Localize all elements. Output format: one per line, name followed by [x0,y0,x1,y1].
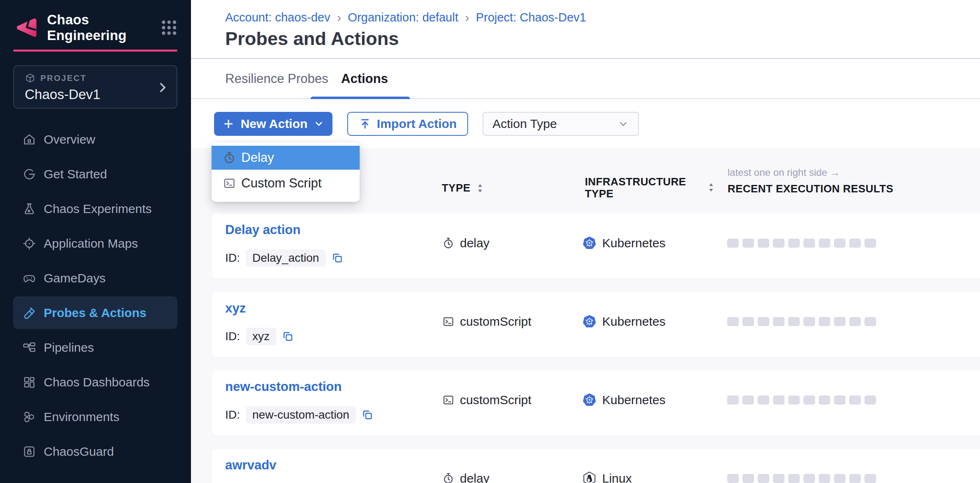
execution-result-placeholder [834,395,846,405]
sidebar-item-label: Overview [44,133,95,147]
action-id-value: Delay_action [246,249,326,267]
infrastructure-label: Kubernetes [602,393,665,407]
actions-toolbar: New Action Import Action Action Type [191,99,980,148]
action-name-link[interactable]: new-custom-action [225,379,342,394]
infrastructure-cell: Kubernetes [582,292,665,351]
breadcrumb-organization-link[interactable]: Organization: default [348,11,458,24]
sidebar-item-probes-actions[interactable]: Probes & Actions [13,296,177,329]
kubernetes-icon [582,393,597,407]
sidebar-item-overview[interactable]: Overview [13,123,177,156]
terminal-icon [223,177,236,190]
project-selector[interactable]: PROJECT Chaos-Dev1 [13,65,177,109]
breadcrumb: Account: chaos-dev › Organization: defau… [225,10,586,25]
execution-result-placeholder [865,317,876,326]
copy-icon[interactable] [362,409,373,421]
execution-result-placeholder [834,474,846,483]
chaos-engineering-app: Chaos Engineering PROJECT Chaos-Dev1 [0,0,980,483]
execution-result-placeholder [849,239,861,248]
id-prefix: ID: [225,330,240,343]
gamepad-icon [22,271,36,285]
kubernetes-icon [582,236,597,251]
sidebar-item-chaosguard[interactable]: ChaosGuard [13,435,177,468]
breadcrumb-account-link[interactable]: Account: chaos-dev [225,11,330,24]
sidebar-item-application-maps[interactable]: Application Maps [13,227,177,260]
sidebar-item-environments[interactable]: Environments [13,400,177,433]
new-action-label: New Action [240,117,307,131]
execution-result-placeholder [788,474,800,483]
action-row: xyz ID: xyz customScript [212,292,980,357]
execution-result-placeholder [819,317,830,326]
test-tube-icon [22,306,36,320]
dashboard-grid-icon [22,375,36,389]
sort-icon[interactable] [477,183,483,193]
copy-icon[interactable] [282,331,294,342]
sidebar-item-label: GameDays [44,271,106,285]
execution-result-placeholder [865,474,876,483]
home-icon [22,133,36,147]
column-header-results: latest one on right side → RECENT EXECUT… [728,167,893,195]
action-id-value: new-custom-action [246,406,356,424]
tab-actions[interactable]: Actions [341,59,388,98]
action-type-filter[interactable]: Action Type [483,112,639,136]
sort-icon[interactable] [708,182,714,192]
action-name-link[interactable]: awrvadv [225,458,276,473]
execution-result-placeholder [849,317,861,326]
execution-result-placeholder [742,474,754,483]
sidebar-item-label: ChaosGuard [44,445,114,459]
menu-item-label: Custom Script [241,176,322,191]
results-note: latest one on right side → [728,167,893,178]
execution-result-placeholder [773,474,784,483]
tab-resilience-probes[interactable]: Resilience Probes [225,59,328,98]
terminal-icon [442,394,455,406]
execution-result-placeholder [742,317,754,326]
brand-row: Chaos Engineering [15,15,178,40]
copy-icon[interactable] [332,252,343,264]
action-row: Delay action ID: Delay_action delay [212,213,980,279]
import-action-button[interactable]: Import Action [347,112,468,136]
execution-result-placeholder [834,317,846,326]
sidebar-item-gamedays[interactable]: GameDays [13,262,177,294]
sidebar-item-chaos-dashboards[interactable]: Chaos Dashboards [13,366,177,398]
breadcrumb-project-link[interactable]: Project: Chaos-Dev1 [476,11,587,24]
action-type-label: delay [460,471,490,483]
sidebar-item-label: Environments [44,410,119,424]
tab-bar: Resilience Probes Actions [191,59,980,99]
infrastructure-cell: Kubernetes [582,213,665,273]
sidebar-item-pipelines[interactable]: Pipelines [13,331,177,364]
execution-result-placeholder [834,239,846,248]
sidebar-item-label: Get Started [44,167,107,181]
plus-icon [222,118,235,130]
execution-result-placeholder [727,239,739,248]
chevron-down-icon [617,118,629,130]
brand-title: Chaos Engineering [47,12,160,43]
action-name-link[interactable]: Delay action [225,223,301,237]
sidebar-item-get-started[interactable]: Get Started [13,158,177,190]
sidebar-item-chaos-experiments[interactable]: Chaos Experiments [13,192,177,225]
menu-item-label: Delay [241,150,274,165]
recent-results [727,370,876,430]
action-type-cell: delay [442,213,490,273]
execution-result-placeholder [773,317,784,326]
id-prefix: ID: [225,251,240,265]
menu-item-delay[interactable]: Delay [212,146,360,170]
execution-result-placeholder [865,239,876,248]
execution-result-placeholder [819,395,830,405]
sidebar-item-label: Chaos Experiments [44,202,152,216]
module-grid-icon[interactable] [160,18,178,37]
project-name: Chaos-Dev1 [25,87,168,102]
sidebar: Chaos Engineering PROJECT Chaos-Dev1 [0,0,191,483]
new-action-menu: Delay Custom Script [212,142,360,202]
infrastructure-label: Kubernetes [602,315,665,329]
execution-result-placeholder [803,395,815,405]
sidebar-item-label: Pipelines [44,341,94,355]
infrastructure-label: Linux [602,471,632,483]
target-icon [22,237,36,251]
action-name-link[interactable]: xyz [225,301,246,316]
execution-result-placeholder [727,395,739,405]
action-type-label: delay [460,236,490,250]
menu-item-custom-script[interactable]: Custom Script [212,170,360,197]
new-action-button[interactable]: New Action [214,112,332,136]
import-action-label: Import Action [377,117,457,131]
id-prefix: ID: [225,408,240,421]
page-header: Account: chaos-dev › Organization: defau… [191,0,980,59]
